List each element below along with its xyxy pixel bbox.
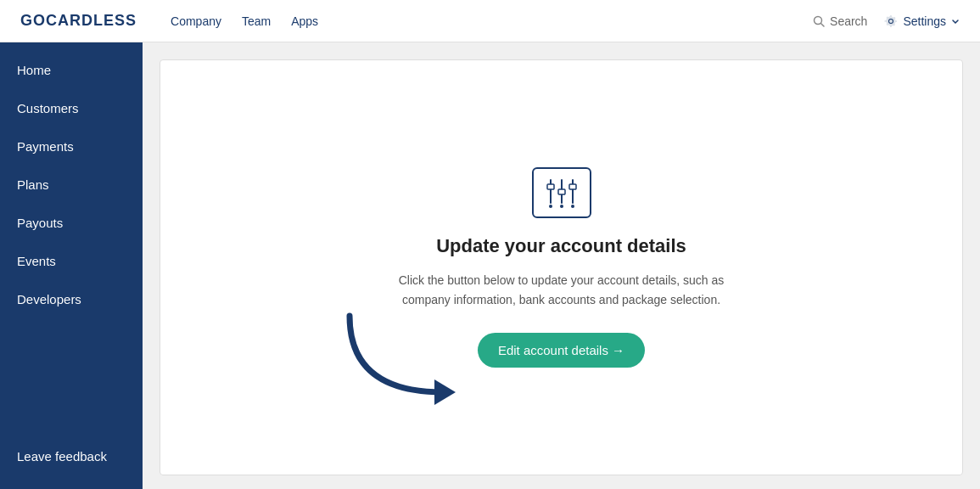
svg-marker-11 bbox=[434, 379, 456, 405]
gear-icon bbox=[884, 14, 898, 28]
sidebar-item-leave-feedback[interactable]: Leave feedback bbox=[0, 437, 143, 475]
svg-line-1 bbox=[821, 23, 825, 26]
content-area: Update your account details Click the bu… bbox=[143, 42, 980, 489]
search-label: Search bbox=[830, 14, 867, 28]
card-title: Update your account details bbox=[436, 235, 686, 257]
nav-apps[interactable]: Apps bbox=[291, 11, 318, 31]
nav-links: Company Team Apps bbox=[171, 11, 813, 31]
main-card: Update your account details Click the bu… bbox=[160, 59, 963, 475]
nav-right: Search Settings bbox=[813, 14, 960, 28]
sidebar: Home Customers Payments Plans Payouts Ev… bbox=[0, 42, 143, 489]
card-inner: Update your account details Click the bu… bbox=[384, 167, 740, 368]
sliders-icon bbox=[542, 176, 581, 210]
nav-company[interactable]: Company bbox=[171, 11, 221, 31]
card-description: Click the button below to update your ac… bbox=[384, 271, 740, 309]
search-button[interactable]: Search bbox=[813, 14, 867, 28]
svg-rect-5 bbox=[547, 184, 554, 189]
sidebar-item-events[interactable]: Events bbox=[0, 242, 143, 280]
svg-point-10 bbox=[571, 205, 574, 208]
sidebar-item-plans[interactable]: Plans bbox=[0, 166, 143, 204]
arrow-container: Edit account details → bbox=[384, 333, 740, 368]
logo-go: GO bbox=[20, 12, 46, 29]
search-icon bbox=[813, 15, 825, 27]
sidebar-item-customers[interactable]: Customers bbox=[0, 89, 143, 127]
svg-rect-7 bbox=[569, 184, 576, 189]
sidebar-item-home[interactable]: Home bbox=[0, 51, 143, 89]
curved-arrow bbox=[333, 307, 485, 426]
svg-point-8 bbox=[549, 205, 552, 208]
svg-rect-6 bbox=[558, 189, 565, 194]
logo-cardless: CARDLESS bbox=[46, 12, 137, 29]
sidebar-item-payouts[interactable]: Payouts bbox=[0, 204, 143, 242]
svg-point-9 bbox=[560, 205, 563, 208]
top-nav: GOCARDLESS Company Team Apps Search Sett… bbox=[0, 0, 980, 42]
sidebar-bottom: Leave feedback bbox=[0, 437, 143, 489]
settings-label: Settings bbox=[903, 14, 946, 28]
logo: GOCARDLESS bbox=[20, 12, 137, 30]
account-icon-box bbox=[532, 167, 591, 218]
chevron-down-icon bbox=[951, 17, 960, 25]
sidebar-item-developers[interactable]: Developers bbox=[0, 280, 143, 318]
edit-account-button[interactable]: Edit account details → bbox=[478, 333, 645, 368]
settings-button[interactable]: Settings bbox=[884, 14, 960, 28]
sidebar-item-payments[interactable]: Payments bbox=[0, 127, 143, 166]
nav-team[interactable]: Team bbox=[242, 11, 271, 31]
main-layout: Home Customers Payments Plans Payouts Ev… bbox=[0, 42, 980, 489]
